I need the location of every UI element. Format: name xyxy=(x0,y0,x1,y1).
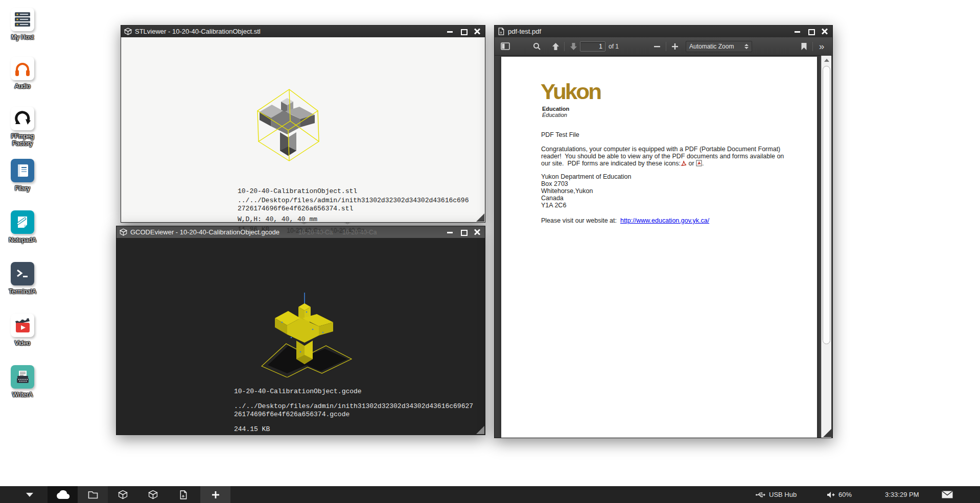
box-icon xyxy=(120,228,127,236)
doc-paragraph-line2: reader! You should be able to view any o… xyxy=(541,153,784,160)
pdf-viewer-window: pdf-test.pdf of 1 xyxy=(494,25,833,438)
notepad-icon xyxy=(11,210,34,234)
doc-heading: PDF Test File xyxy=(541,131,579,138)
maximize-button[interactable] xyxy=(808,28,814,35)
next-page-button[interactable] xyxy=(567,40,580,53)
stl-path-line2: 2726174696f6e4f626a656374.stl xyxy=(238,205,353,212)
desktop-icon-label: Filary xyxy=(6,185,39,192)
box-icon xyxy=(118,490,128,499)
desktop-icon-label: TerminalA xyxy=(6,288,39,295)
previous-page-button[interactable] xyxy=(549,40,562,53)
taskbar-app-pdfviewer[interactable] xyxy=(168,486,198,503)
volume-label: 60% xyxy=(838,491,852,498)
tray-volume[interactable]: 60% xyxy=(827,486,852,503)
taskbar-app-files[interactable] xyxy=(78,486,108,503)
zoom-in-button[interactable] xyxy=(668,40,682,53)
pdf-scrollbar[interactable] xyxy=(821,56,831,438)
speaker-icon xyxy=(827,491,835,498)
maximize-button[interactable] xyxy=(460,229,467,235)
desktop-icon-label: NotepadA xyxy=(6,236,39,244)
taskbar-app-stlviewer[interactable] xyxy=(108,486,138,503)
address-line: Box 2703 xyxy=(541,180,568,187)
cloud-icon xyxy=(56,490,70,499)
pdf-form-icon-2 xyxy=(696,160,702,166)
obscured-icon-label: 10-20-40-Ca xyxy=(298,229,333,236)
stl-3d-model xyxy=(251,87,323,164)
double-chevron-icon: » xyxy=(819,41,825,52)
scrollbar-thumb[interactable] xyxy=(823,66,830,344)
window-title: GCODEviewer - 10-20-40-CalibrationObject… xyxy=(130,228,279,236)
minimize-button[interactable] xyxy=(447,229,453,235)
gcode-canvas[interactable]: 10-20-40-CalibrationObject.gcode ../../D… xyxy=(116,238,485,435)
logo-education-fr: Éducation xyxy=(542,112,567,118)
pdf-titlebar[interactable]: pdf-test.pdf xyxy=(495,26,832,37)
bookmark-button[interactable] xyxy=(797,40,810,53)
tray-usb[interactable]: USB Hub xyxy=(755,486,797,503)
tray-clock[interactable]: 3:33:29 PM xyxy=(885,486,919,503)
gcodeviewer-window: GCODEviewer - 10-20-40-CalibrationObject… xyxy=(116,226,485,435)
desktop-icon-label: Video xyxy=(6,340,39,347)
gcode-filename: 10-20-40-CalibrationObject.gcode xyxy=(234,388,362,395)
stl-canvas[interactable]: 10-20-40-CalibrationObject.stl ../../Des… xyxy=(121,37,485,222)
taskbar-app-gcodeviewer[interactable] xyxy=(138,486,168,503)
scrollbar-up-button[interactable] xyxy=(822,56,831,64)
box-icon xyxy=(124,28,132,35)
obscured-icon-label: 10-20-40-Ca xyxy=(342,229,377,236)
page-number-input[interactable] xyxy=(580,41,605,52)
desktop-icon-label: Audio xyxy=(6,83,39,90)
zoom-out-button[interactable] xyxy=(650,40,664,53)
tray-messages[interactable] xyxy=(942,486,953,503)
window-title: pdf-test.pdf xyxy=(508,28,541,35)
close-button[interactable] xyxy=(474,28,481,35)
stl-dimensions: W,D,H: 40, 40, 40 mm xyxy=(238,215,317,223)
zoom-level-select[interactable]: Automatic Zoom xyxy=(686,41,752,52)
desktop-icon-filary[interactable]: Filary xyxy=(6,159,39,192)
taskbar-menu-button[interactable] xyxy=(14,486,44,503)
clock-label: 3:33:29 PM xyxy=(885,491,919,498)
desktop-icon-video[interactable]: Video xyxy=(6,314,39,347)
usb-icon xyxy=(755,492,765,498)
logo-education-en: Education xyxy=(542,106,569,112)
desktop-icon-my-host[interactable]: My Host xyxy=(6,8,39,41)
address-line: Yukon Department of Education xyxy=(541,173,632,180)
pdf-file-icon xyxy=(498,28,505,35)
desktop-icon-terminala[interactable]: TerminalA xyxy=(6,262,39,295)
folder-icon xyxy=(88,491,98,499)
website-link[interactable]: http://www.education.gov.yk.ca/ xyxy=(620,217,709,224)
recycle-arrows-icon xyxy=(11,107,34,130)
desktop-icon-notepada[interactable]: NotepadA xyxy=(6,210,39,244)
taskbar-new-window-button[interactable] xyxy=(200,486,230,503)
desktop-icon-label: FFmpeg Factory xyxy=(6,133,39,147)
toolbar-more-button[interactable]: » xyxy=(815,40,828,53)
search-button[interactable] xyxy=(530,40,544,53)
minimize-button[interactable] xyxy=(447,28,453,35)
close-button[interactable] xyxy=(474,229,481,235)
close-button[interactable] xyxy=(822,28,828,35)
minimize-button[interactable] xyxy=(794,28,801,35)
desktop-icon-ffmpeg-factory[interactable]: FFmpeg Factory xyxy=(6,107,39,147)
desktop-icon-writera[interactable]: WriterA xyxy=(6,365,39,398)
resize-grip[interactable] xyxy=(476,426,484,434)
maximize-button[interactable] xyxy=(460,28,467,35)
typewriter-icon xyxy=(11,365,34,389)
desktop-icon-audio[interactable]: Audio xyxy=(6,57,39,90)
server-icon xyxy=(11,8,34,31)
address-line: Whitehorse,Yukon xyxy=(541,187,593,195)
sidebar-toggle-button[interactable] xyxy=(499,40,512,53)
gcodeviewer-titlebar[interactable]: GCODEviewer - 10-20-40-CalibrationObject… xyxy=(116,226,485,238)
stlviewer-titlebar[interactable]: STLviewer - 10-20-40-CalibrationObject.s… xyxy=(121,26,485,37)
plus-icon xyxy=(212,491,220,499)
stl-filename: 10-20-40-CalibrationObject.stl xyxy=(238,187,357,195)
gcode-filesize: 244.15 KB xyxy=(234,425,270,433)
headphones-icon xyxy=(11,57,34,80)
usb-label: USB Hub xyxy=(769,491,797,498)
taskbar-app-cloud[interactable] xyxy=(48,486,78,503)
resize-grip[interactable] xyxy=(476,213,484,222)
pdf-toolbar: of 1 Automatic Zoom » xyxy=(495,37,832,56)
pdf-page: Yukon Education Éducation PDF Test File … xyxy=(501,57,817,438)
terminal-icon xyxy=(11,262,34,285)
zoom-level-value: Automatic Zoom xyxy=(689,43,734,50)
address-line: Y1A 2C6 xyxy=(541,202,566,209)
gcode-3d-toolpath xyxy=(258,292,355,377)
resize-grip[interactable] xyxy=(823,428,832,437)
